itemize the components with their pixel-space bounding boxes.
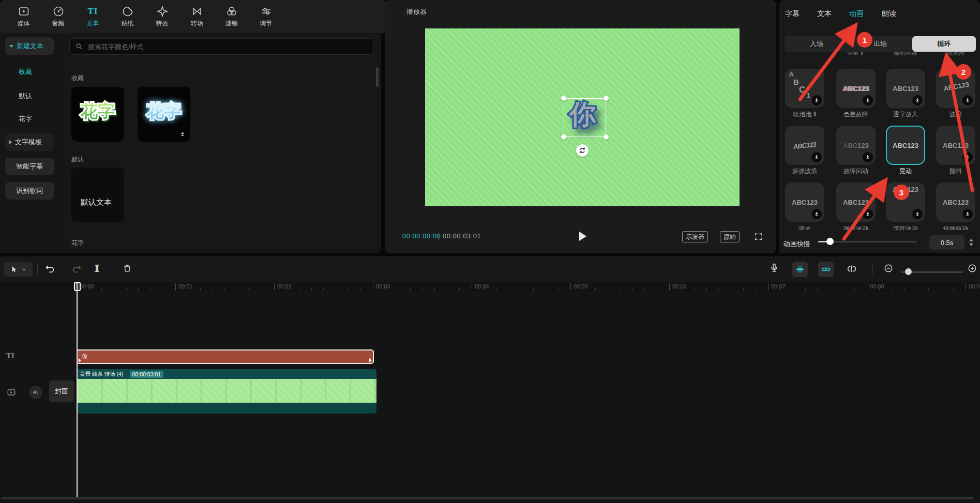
animation-tile[interactable]: ABC123 bbox=[836, 126, 876, 165]
horizontal-scrollbar[interactable] bbox=[1, 497, 973, 499]
preview-canvas[interactable]: 你 你 bbox=[425, 28, 740, 206]
rotate-handle[interactable] bbox=[576, 144, 589, 157]
fancy-text-tile[interactable]: 花字 花字 bbox=[138, 87, 190, 142]
media-icon bbox=[18, 5, 30, 18]
split-button[interactable]: ][ bbox=[95, 263, 99, 272]
tile-label: 字符波动 bbox=[881, 225, 930, 230]
speed-slider-handle[interactable] bbox=[826, 238, 834, 245]
delete-button[interactable] bbox=[122, 263, 132, 273]
zoom-out-icon[interactable] bbox=[883, 263, 894, 273]
sidebar-item-smart-caption[interactable]: 智能字幕 bbox=[5, 158, 54, 175]
video-clip[interactable]: 背景 线条 转场 (4) 00:00:03:01 bbox=[77, 369, 376, 414]
sidebar-item-recognize-lyrics[interactable]: 识别歌词 bbox=[5, 182, 54, 200]
animation-tile[interactable]: ABC123 bbox=[836, 182, 876, 222]
fullscreen-icon[interactable] bbox=[754, 232, 763, 241]
speed-stepper[interactable] bbox=[968, 236, 975, 249]
select-tool-button[interactable] bbox=[4, 262, 33, 277]
tab-text-props[interactable]: 文本 bbox=[817, 9, 832, 19]
tab-read-aloud[interactable]: 朗读 bbox=[882, 9, 896, 19]
resize-handle-nw[interactable] bbox=[561, 96, 566, 101]
animation-tile[interactable]: ABC123 bbox=[785, 182, 824, 222]
preview-text[interactable]: 你 你 bbox=[569, 101, 596, 128]
video-audio-strip bbox=[77, 403, 376, 414]
text-selection-box[interactable]: 你 你 bbox=[564, 98, 606, 137]
cover-button[interactable]: 封面 bbox=[49, 380, 74, 402]
tab-media[interactable]: 媒体 bbox=[6, 0, 41, 33]
text-icon: TI bbox=[88, 5, 98, 18]
transition-icon bbox=[191, 5, 203, 18]
auto-link-button[interactable] bbox=[818, 262, 834, 277]
sidebar-item-text-templates[interactable]: 文字模板 bbox=[5, 133, 54, 151]
stepper-down-icon[interactable] bbox=[969, 243, 973, 246]
preview-axis-button[interactable] bbox=[846, 263, 857, 275]
timeline-zoom-handle[interactable] bbox=[905, 268, 912, 275]
section-favorites: 收藏 bbox=[71, 74, 84, 83]
tab-effects[interactable]: 特效 bbox=[145, 0, 179, 33]
segment-out[interactable]: 出场 bbox=[848, 36, 912, 52]
oscilloscope-button[interactable]: 示波器 bbox=[682, 231, 708, 242]
clip-trim-handle-right[interactable] bbox=[369, 358, 372, 362]
undo-button[interactable] bbox=[44, 263, 55, 275]
tab-animation[interactable]: 动画 bbox=[849, 9, 864, 19]
animation-tile[interactable]: ABC123 bbox=[936, 126, 975, 165]
panel-scrollbar[interactable] bbox=[376, 67, 379, 87]
video-clip-header: 背景 线条 转场 (4) 00:00:03:01 bbox=[77, 369, 376, 379]
default-text-tile[interactable]: 默认文本 bbox=[71, 167, 124, 222]
animation-tile[interactable]: ABC123 bbox=[936, 69, 975, 108]
animation-tile[interactable]: ABC123 bbox=[785, 126, 824, 165]
speed-value[interactable]: 0.5s bbox=[929, 235, 964, 250]
tab-text[interactable]: TI 文本 bbox=[76, 0, 110, 33]
record-voiceover-button[interactable] bbox=[768, 262, 780, 273]
search-icon bbox=[75, 42, 83, 51]
sidebar-item-favorites[interactable]: 收藏 bbox=[19, 67, 32, 77]
video-thumbnails bbox=[77, 379, 376, 403]
original-button[interactable]: 原始 bbox=[720, 231, 740, 242]
sidebar-item-default[interactable]: 默认 bbox=[19, 92, 32, 101]
sidebar-item-new-text[interactable]: 新建文本 bbox=[5, 37, 54, 55]
resize-handle-sw[interactable] bbox=[561, 134, 566, 140]
main-track-magnet-button[interactable] bbox=[792, 262, 808, 277]
hide-track-icon[interactable] bbox=[6, 387, 17, 398]
zoom-in-icon[interactable] bbox=[967, 263, 977, 273]
text-clip[interactable]: 你 bbox=[77, 349, 374, 364]
tab-filter[interactable]: 滤镜 bbox=[214, 0, 249, 33]
stepper-up-icon[interactable] bbox=[969, 239, 973, 241]
segment-in[interactable]: 入场 bbox=[785, 36, 848, 52]
playhead-line[interactable] bbox=[77, 282, 78, 497]
animation-tile[interactable]: ABC123 bbox=[886, 182, 925, 222]
tab-caption[interactable]: 字幕 bbox=[785, 9, 800, 19]
animation-type-segments: 入场 出场 循环 bbox=[785, 36, 976, 52]
animation-tile[interactable]: ABC123 bbox=[836, 69, 876, 108]
animation-tile[interactable]: ABC123 bbox=[936, 182, 975, 222]
timeline-ruler[interactable]: 00:00 00:01 00:02 00:03 00:04 00:05 00:0… bbox=[0, 282, 980, 292]
download-icon bbox=[863, 209, 873, 219]
fancy-text-tile[interactable]: 花字 花字 bbox=[71, 87, 124, 142]
resize-handle-se[interactable] bbox=[604, 134, 609, 140]
tab-adjust[interactable]: 调节 bbox=[249, 0, 283, 33]
search-input[interactable] bbox=[87, 42, 358, 51]
animation-tile[interactable]: ABC123 bbox=[886, 69, 925, 108]
resize-handle-ne[interactable] bbox=[604, 96, 609, 101]
animation-tile[interactable]: A B C 1 bbox=[785, 69, 824, 108]
animation-tile-selected[interactable]: ABC123 bbox=[886, 126, 925, 165]
tab-transition[interactable]: 转场 bbox=[179, 0, 214, 33]
download-icon bbox=[811, 95, 822, 105]
player-title: 播放器 bbox=[406, 7, 427, 17]
tab-audio[interactable]: 音频 bbox=[41, 0, 76, 33]
redo-button[interactable] bbox=[71, 263, 83, 275]
tile-label: 轻微跳动 bbox=[931, 225, 980, 230]
clip-trim-handle-left[interactable] bbox=[79, 358, 81, 362]
search-bar[interactable] bbox=[69, 38, 373, 55]
tile-label: 颤抖 bbox=[931, 167, 980, 176]
download-icon bbox=[811, 152, 822, 162]
mute-track-button[interactable] bbox=[29, 386, 42, 399]
sidebar-item-fancy-text[interactable]: 花字 bbox=[19, 114, 32, 124]
tab-sticker[interactable]: 贴纸 bbox=[110, 0, 145, 33]
playhead-flag[interactable] bbox=[74, 282, 81, 291]
ruler-minor-ticks bbox=[77, 287, 976, 291]
text-sidebar: 新建文本 收藏 默认 花字 文字模板 智能字幕 识别歌词 bbox=[0, 33, 58, 253]
segment-loop[interactable]: 循环 bbox=[912, 36, 976, 52]
tile-label: 故障闪动 bbox=[831, 167, 881, 176]
download-icon bbox=[811, 209, 822, 219]
play-button[interactable] bbox=[579, 232, 586, 241]
